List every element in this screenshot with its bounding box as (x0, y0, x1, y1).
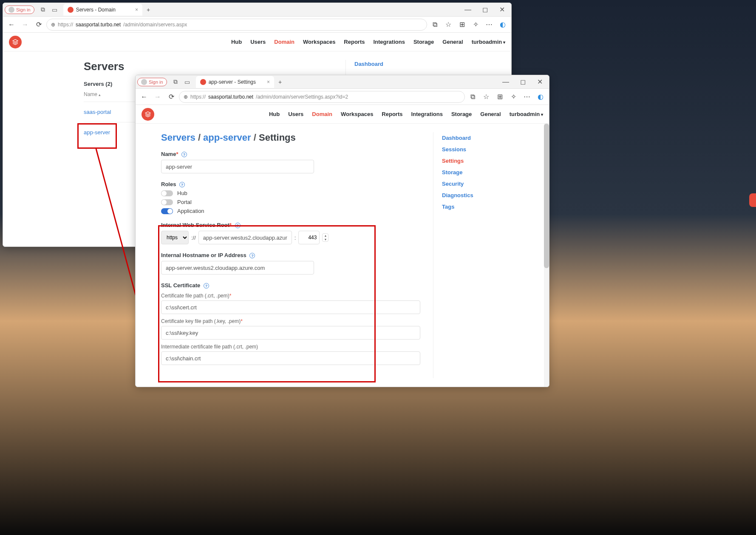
nav-workspaces[interactable]: Workspaces (303, 39, 335, 45)
sidebar-dashboard[interactable]: Dashboard (354, 60, 430, 68)
breadcrumb-app-server[interactable]: app-server (203, 132, 251, 143)
nav-storage[interactable]: Storage (413, 39, 434, 45)
forward-button[interactable]: → (19, 19, 31, 31)
minimize-button[interactable]: — (498, 77, 513, 87)
tabs-icon[interactable]: ▭ (182, 77, 193, 87)
nav-hub[interactable]: Hub (231, 39, 242, 45)
role-hub-label: Hub (177, 190, 187, 196)
signin-button[interactable]: Sign in (5, 6, 34, 14)
app-logo-icon[interactable] (142, 108, 154, 121)
tabs-icon[interactable]: ▭ (50, 5, 60, 15)
nav-workspaces[interactable]: Workspaces (341, 111, 373, 117)
scrollbar-thumb[interactable] (544, 124, 549, 268)
help-icon[interactable]: ? (181, 152, 187, 157)
page-title: Servers (84, 60, 345, 73)
collections-icon[interactable]: ✧ (507, 91, 519, 103)
help-icon[interactable]: ? (179, 182, 185, 187)
site-info-icon[interactable]: ⊕ (184, 94, 188, 100)
label-name: Name* ? (161, 151, 425, 157)
annotation-highlight-app-server (77, 123, 117, 149)
url-host: saasportal.turbo.net (76, 22, 121, 28)
extensions-icon[interactable]: ⊞ (494, 91, 506, 103)
titlebar: Sign in ⧉ ▭ app-server - Settings × + — … (136, 75, 549, 89)
more-icon[interactable]: ⋯ (483, 19, 495, 31)
nav-general[interactable]: General (480, 111, 501, 117)
signin-label: Sign in (149, 79, 163, 85)
url-input[interactable]: ⊕ https://saasportal.turbo.net/admin/dom… (46, 19, 427, 31)
extensions-icon[interactable]: ⊞ (456, 19, 468, 31)
nav-users[interactable]: Users (250, 39, 266, 45)
nav-users[interactable]: Users (288, 111, 303, 117)
close-button[interactable]: ✕ (494, 5, 510, 15)
nav-reports[interactable]: Reports (344, 39, 365, 45)
minimize-button[interactable]: — (460, 5, 476, 15)
copilot-icon[interactable]: ◐ (497, 19, 509, 31)
nav-integrations[interactable]: Integrations (411, 111, 442, 117)
signin-label: Sign in (16, 7, 31, 12)
nav-hub[interactable]: Hub (269, 111, 280, 117)
app-nav: Hub Users Domain Workspaces Reports Inte… (269, 111, 543, 117)
nav-domain[interactable]: Domain (274, 39, 294, 45)
reload-button[interactable]: ⟳ (33, 19, 45, 31)
label-roles: Roles ? (161, 181, 425, 187)
role-application-label: Application (177, 208, 204, 214)
sidebar-tags[interactable]: Tags (442, 201, 527, 212)
toggle-application[interactable] (161, 208, 173, 214)
more-icon[interactable]: ⋯ (521, 91, 533, 103)
back-button[interactable]: ← (6, 19, 17, 31)
maximize-button[interactable]: ◻ (477, 5, 493, 15)
nav-user-menu[interactable]: turboadmin (510, 111, 543, 117)
name-input[interactable] (161, 160, 314, 173)
sidebar-settings[interactable]: Settings (442, 155, 527, 167)
forward-button[interactable]: → (152, 91, 164, 103)
copilot-icon[interactable]: ◐ (535, 91, 546, 103)
nav-general[interactable]: General (442, 39, 463, 45)
split-screen-icon[interactable]: ⧉ (467, 91, 479, 103)
vertical-scrollbar[interactable] (544, 124, 549, 387)
close-tab-icon[interactable]: × (135, 7, 138, 13)
new-tab-button[interactable]: + (275, 77, 285, 87)
nav-user-menu[interactable]: turboadmin (472, 39, 505, 45)
titlebar: Sign in ⧉ ▭ Servers - Domain × + — ◻ ✕ (3, 3, 511, 17)
nav-storage[interactable]: Storage (451, 111, 472, 117)
toggle-portal[interactable] (161, 199, 173, 205)
new-tab-button[interactable]: + (143, 5, 153, 15)
browser-tab[interactable]: app-server - Settings × (196, 76, 274, 88)
browser-tab[interactable]: Servers - Domain × (63, 4, 142, 16)
favicon-icon (200, 79, 206, 85)
reload-button[interactable]: ⟳ (165, 91, 177, 103)
close-tab-icon[interactable]: × (267, 79, 270, 85)
toggle-hub[interactable] (161, 190, 173, 196)
maximize-button[interactable]: ◻ (515, 77, 530, 87)
nav-integrations[interactable]: Integrations (373, 39, 405, 45)
favicon-icon (68, 7, 74, 13)
close-button[interactable]: ✕ (532, 77, 547, 87)
favorite-icon[interactable]: ☆ (442, 19, 454, 31)
page-sidebar: Dashboard Sessions Settings Storage Secu… (433, 132, 527, 378)
breadcrumb-current: Settings (259, 132, 296, 143)
annotation-highlight-settings-form (158, 225, 376, 382)
sidebar-dashboard[interactable]: Dashboard (442, 132, 527, 144)
breadcrumb: Servers / app-server / Settings (161, 132, 425, 143)
breadcrumb-servers[interactable]: Servers (161, 132, 195, 143)
nav-reports[interactable]: Reports (382, 111, 402, 117)
url-path: /admin/domain/serverSettings.aspx?id=2 (256, 94, 348, 100)
sidebar-diagnostics[interactable]: Diagnostics (442, 190, 527, 201)
split-screen-icon[interactable]: ⧉ (429, 19, 441, 31)
signin-button[interactable]: Sign in (137, 78, 167, 86)
sidebar-security[interactable]: Security (442, 178, 527, 190)
tab-title: app-server - Settings (209, 79, 256, 85)
sidebar-sessions[interactable]: Sessions (442, 144, 527, 155)
workspaces-icon[interactable]: ⧉ (38, 5, 48, 15)
back-button[interactable]: ← (138, 91, 150, 103)
app-logo-icon[interactable] (9, 36, 22, 48)
app-nav: Hub Users Domain Workspaces Reports Inte… (231, 39, 505, 45)
sidebar-storage[interactable]: Storage (442, 167, 527, 178)
favorite-icon[interactable]: ☆ (480, 91, 492, 103)
nav-domain[interactable]: Domain (312, 111, 332, 117)
url-input[interactable]: ⊕ https://saasportal.turbo.net/admin/dom… (179, 91, 465, 103)
collections-icon[interactable]: ✧ (470, 19, 481, 31)
site-info-icon[interactable]: ⊕ (51, 22, 55, 28)
avatar-icon (8, 7, 14, 13)
workspaces-icon[interactable]: ⧉ (170, 77, 181, 87)
